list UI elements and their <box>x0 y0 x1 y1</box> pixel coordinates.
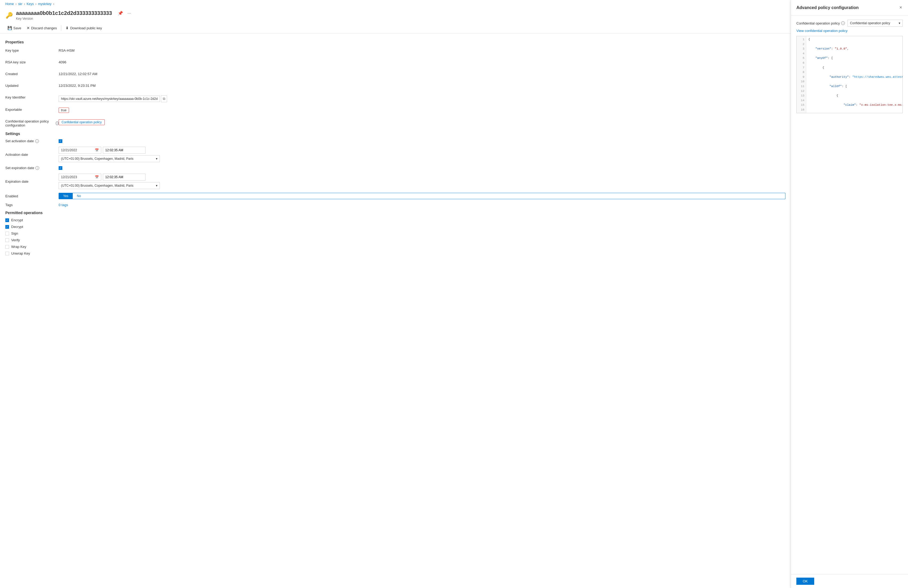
expiration-date-control: 12/21/2023 📅 (UTC+01:00) Brussels, Copen… <box>59 174 786 189</box>
exportable-badge: true <box>59 108 69 113</box>
op-label: Verify <box>11 238 20 242</box>
key-type-value: RSA-HSM <box>59 47 786 53</box>
expiration-timezone-select[interactable]: (UTC+01:00) Brussels, Copenhagen, Madrid… <box>59 182 160 189</box>
activation-timezone-select[interactable]: (UTC+01:00) Brussels, Copenhagen, Madrid… <box>59 155 160 162</box>
enabled-yes-button[interactable]: Yes <box>59 193 73 199</box>
breadcrumb-skr[interactable]: skr <box>18 2 23 6</box>
properties-section-title: Properties <box>5 40 786 44</box>
main-content: Home › skr › Keys › myskrkey › 🔑 aaaaaaa… <box>0 0 791 588</box>
exportable-value-wrapper: true <box>59 106 786 113</box>
op-row: Encrypt <box>5 218 786 222</box>
created-value: 12/21/2022, 12:02:57 AM <box>59 71 786 76</box>
set-activation-control <box>59 139 786 143</box>
toolbar: 💾 Save ✕ Discard changes ⬇ Download publ… <box>0 22 791 34</box>
policy-info-icon[interactable]: i <box>56 121 59 125</box>
policy-select-row: Confidential operation policy i Confiden… <box>796 20 903 27</box>
expiration-info-icon[interactable]: i <box>35 166 39 170</box>
set-expiration-control <box>59 166 786 170</box>
json-editor[interactable]: 1 2 3 4 5 6 7 8 9 10 11 12 13 14 15 16 1… <box>796 36 903 113</box>
activation-date-inputs: 12/21/2022 📅 <box>59 147 786 154</box>
key-id-input[interactable] <box>59 96 160 102</box>
key-id-field-wrapper: ⧉ <box>59 94 786 102</box>
json-code: { "version": "1.0.0", "anyOf": [ { "auth… <box>806 36 902 113</box>
op-checkbox-wrap-key[interactable] <box>5 245 9 249</box>
page-subtitle: Key Version <box>16 17 786 21</box>
breadcrumb-sep1: › <box>16 2 16 6</box>
activation-date-control: 12/21/2022 📅 (UTC+01:00) Brussels, Copen… <box>59 147 786 162</box>
form-content: Properties Key type RSA-HSM RSA key size… <box>0 34 791 262</box>
expiration-date-row: Expiration date 12/21/2023 📅 (UTC+01:00)… <box>5 174 786 189</box>
breadcrumb-myskrkey[interactable]: myskrkey <box>38 2 52 6</box>
copy-key-id-button[interactable]: ⧉ <box>161 95 167 102</box>
created-label: Created <box>5 71 59 76</box>
key-type-label: Key type <box>5 47 59 53</box>
rsa-key-size-row: RSA key size 4096 <box>5 59 786 67</box>
activation-checkbox[interactable] <box>59 139 62 143</box>
op-checkbox-verify[interactable] <box>5 238 9 242</box>
breadcrumb-sep3: › <box>35 2 37 6</box>
panel-policy-info-icon[interactable]: i <box>841 21 845 25</box>
breadcrumb-keys[interactable]: Keys <box>27 2 34 6</box>
op-checkbox-unwrap-key[interactable] <box>5 252 9 255</box>
op-checkbox-encrypt[interactable] <box>5 218 9 222</box>
op-label: Wrap Key <box>11 245 26 249</box>
page-title-row: aaaaaaaa0b0b1c1c2d2d333333333333 📌 ··· <box>16 10 786 16</box>
activation-info-icon[interactable]: i <box>35 139 39 143</box>
policy-config-label: Confidential operation policy configurat… <box>5 118 59 127</box>
enabled-row: Enabled Yes No <box>5 193 786 199</box>
op-label: Encrypt <box>11 218 23 222</box>
activation-time-field[interactable] <box>103 147 145 154</box>
save-button[interactable]: 💾 Save <box>5 25 23 31</box>
expiration-time-field[interactable] <box>103 174 145 180</box>
policy-select-label: Confidential operation policy i <box>796 21 845 25</box>
expiration-date-label: Expiration date <box>5 180 59 183</box>
view-policy-link[interactable]: View confidential operation policy <box>796 29 903 33</box>
enabled-label: Enabled <box>5 194 59 198</box>
policy-config-row: Confidential operation policy configurat… <box>5 118 786 127</box>
rsa-key-size-label: RSA key size <box>5 59 59 64</box>
policy-config-button[interactable]: Confidential operation policy <box>59 119 105 125</box>
expiration-checkbox[interactable] <box>59 166 62 170</box>
set-activation-row: Set activation date i <box>5 139 786 143</box>
key-id-label: Key Identifier <box>5 94 59 99</box>
op-label: Unwrap Key <box>11 251 30 255</box>
set-expiration-row: Set expiration date i <box>5 166 786 170</box>
pin-button[interactable]: 📌 <box>117 10 124 16</box>
op-row: Decrypt <box>5 225 786 229</box>
enabled-toggle: Yes No <box>59 193 786 199</box>
page-header: 🔑 aaaaaaaa0b0b1c1c2d2d333333333333 📌 ···… <box>0 8 791 21</box>
expiration-checkbox-wrapper <box>59 166 786 170</box>
panel-body: Confidential operation policy i Confiden… <box>791 16 908 574</box>
set-expiration-label: Set expiration date i <box>5 166 59 170</box>
more-button[interactable]: ··· <box>126 10 132 16</box>
tags-row: Tags 0 tags <box>5 203 786 207</box>
tags-link[interactable]: 0 tags <box>59 203 68 207</box>
save-icon: 💾 <box>8 26 12 30</box>
expiration-date-field[interactable]: 12/21/2023 📅 <box>59 174 101 180</box>
close-panel-button[interactable]: × <box>899 4 903 11</box>
breadcrumb-home[interactable]: Home <box>5 2 14 6</box>
discard-button[interactable]: ✕ Discard changes <box>24 25 59 31</box>
advanced-policy-panel: Advanced policy configuration × Confiden… <box>791 0 908 588</box>
op-row: Verify <box>5 238 786 242</box>
breadcrumb-sep2: › <box>24 2 25 6</box>
set-activation-label: Set activation date i <box>5 139 59 143</box>
chevron-down-icon: ▾ <box>156 157 158 161</box>
activation-date-field[interactable]: 12/21/2022 📅 <box>59 147 101 154</box>
enabled-control: Yes No <box>59 193 786 199</box>
op-checkbox-sign[interactable] <box>5 232 9 235</box>
page-title: aaaaaaaa0b0b1c1c2d2d333333333333 <box>16 10 112 16</box>
policy-select-chevron-icon: ▾ <box>899 21 900 25</box>
tags-label: Tags <box>5 203 59 207</box>
ok-button[interactable]: OK <box>796 578 814 585</box>
enabled-no-button[interactable]: No <box>73 193 85 199</box>
op-row: Wrap Key <box>5 245 786 249</box>
created-row: Created 12/21/2022, 12:02:57 AM <box>5 71 786 78</box>
op-checkbox-decrypt[interactable] <box>5 225 9 229</box>
op-row: Unwrap Key <box>5 251 786 255</box>
download-button[interactable]: ⬇ Download public key <box>63 25 104 31</box>
permitted-ops-title: Permitted operations <box>5 210 786 215</box>
policy-select-dropdown[interactable]: Confidential operation policy ▾ <box>847 20 903 27</box>
activation-checkbox-wrapper <box>59 139 786 143</box>
activation-date-row: Activation date 12/21/2022 📅 (UTC+01:00)… <box>5 147 786 162</box>
